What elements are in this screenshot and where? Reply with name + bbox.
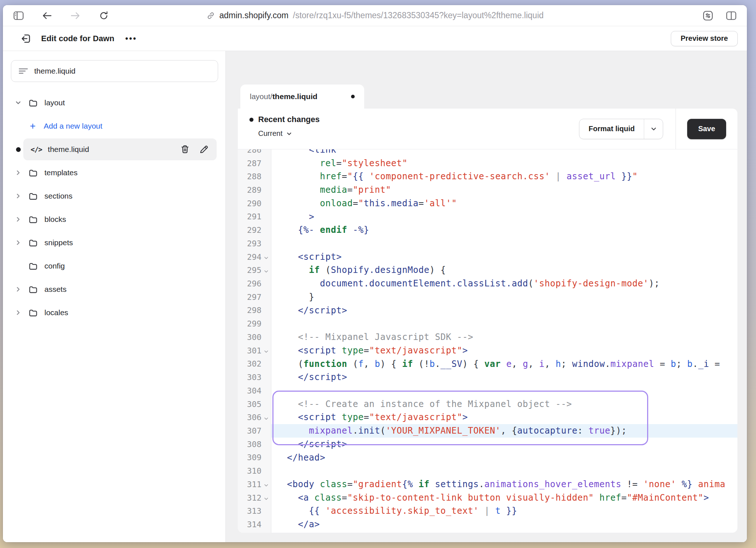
fold-chevron-icon[interactable]: [262, 415, 270, 423]
plus-icon: +: [28, 122, 37, 130]
preview-store-button[interactable]: Preview store: [671, 31, 738, 46]
fold-chevron-icon: [262, 321, 270, 329]
selected-file-pill[interactable]: </>theme.liquid: [23, 138, 217, 160]
sidebar-folder-layout[interactable]: layout: [3, 91, 225, 114]
format-liquid-button[interactable]: Format liquid: [579, 119, 663, 139]
version-dropdown[interactable]: Current: [258, 129, 320, 138]
line-number: 299: [238, 317, 271, 330]
chevron-right-icon[interactable]: [14, 238, 23, 247]
sidebar-folder-blocks[interactable]: blocks: [3, 208, 225, 231]
code-line-287[interactable]: rel="stylesheet": [271, 157, 737, 170]
code-line-305[interactable]: <!-- Create an instance of the Mixpanel …: [271, 398, 737, 411]
fold-chevron-icon: [262, 441, 270, 449]
code-line-311[interactable]: <body class="gradient{% if settings.anim…: [271, 478, 737, 491]
line-number: 314: [238, 518, 271, 531]
sidebar-toggle-icon[interactable]: [13, 10, 24, 21]
code-line-298[interactable]: </script>: [271, 304, 737, 317]
code-line-304[interactable]: [271, 384, 737, 398]
code-line-297[interactable]: }: [271, 290, 737, 304]
fold-chevron-icon: [262, 388, 270, 396]
code-line-288[interactable]: href="{{ 'component-predictive-search.cs…: [271, 170, 737, 183]
forward-button-icon[interactable]: [70, 10, 81, 21]
fold-chevron-icon[interactable]: [262, 481, 270, 489]
tab-path: layout/: [250, 92, 272, 101]
code-line-309[interactable]: </head>: [271, 451, 737, 465]
fold-chevron-icon: [262, 361, 270, 369]
tab-theme-liquid[interactable]: layout/theme.liquid: [240, 85, 364, 109]
chevron-right-icon[interactable]: [14, 215, 23, 224]
code-line-290[interactable]: onload="this.media='all'": [271, 197, 737, 210]
fold-chevron-icon[interactable]: [262, 495, 270, 503]
code-line-312[interactable]: <a class="skip-to-content-link button vi…: [271, 491, 737, 505]
fold-chevron-icon[interactable]: [262, 254, 270, 262]
format-liquid-label[interactable]: Format liquid: [579, 119, 644, 139]
code-line-310[interactable]: [271, 464, 737, 478]
reload-icon[interactable]: [98, 10, 109, 21]
code-editor[interactable]: 2862872882892902912922932942952962972982…: [238, 149, 737, 533]
page-title: Edit code for Dawn: [41, 34, 114, 43]
code-line-301[interactable]: <script type="text/javascript">: [271, 344, 737, 357]
add-new-layout-button[interactable]: +Add a new layout: [3, 114, 225, 138]
chevron-right-icon[interactable]: [14, 308, 23, 317]
line-number: 293: [238, 237, 271, 250]
code-line-295[interactable]: if (Shopify.designMode) {: [271, 263, 737, 277]
fold-chevron-icon: [262, 200, 270, 208]
exit-editor-icon[interactable]: [20, 33, 32, 44]
format-options-chevron[interactable]: [644, 119, 663, 139]
code-line-303[interactable]: </script>: [271, 371, 737, 384]
file-search-input[interactable]: theme.liquid: [11, 60, 218, 82]
sidebar-folder-config[interactable]: config: [3, 254, 225, 278]
code-area[interactable]: <link rel="stylesheet" href="{{ 'compone…: [271, 149, 737, 533]
code-line-308[interactable]: </script>: [271, 438, 737, 451]
code-line-286[interactable]: <link: [271, 149, 737, 157]
sidebar-folder-snippets[interactable]: snippets: [3, 231, 225, 254]
fold-chevron-icon: [262, 401, 270, 409]
code-line-289[interactable]: media="print": [271, 183, 737, 197]
code-line-314[interactable]: </a>: [271, 518, 737, 531]
chevron-right-icon[interactable]: [14, 192, 23, 200]
delete-file-icon[interactable]: [180, 145, 190, 154]
folder-icon: [28, 308, 38, 317]
chevron-right-icon[interactable]: [14, 168, 23, 177]
save-button[interactable]: Save: [687, 119, 726, 139]
address-bar[interactable]: admin.shopify.com/store/rzq1xu-f5/themes…: [206, 11, 544, 20]
chevron-right-icon[interactable]: [14, 285, 23, 294]
code-line-294[interactable]: <script>: [271, 250, 737, 264]
code-line-300[interactable]: <!-- Mixpanel Javascript SDK -->: [271, 330, 737, 344]
code-line-306[interactable]: <script type="text/javascript">: [271, 411, 737, 424]
filter-icon: [19, 67, 28, 75]
folder-label: snippets: [44, 238, 73, 247]
code-line-291[interactable]: >: [271, 210, 737, 224]
chevron-right-icon[interactable]: [14, 262, 23, 270]
rename-file-icon[interactable]: [199, 145, 209, 154]
fold-chevron-icon[interactable]: [262, 267, 270, 275]
page-settings-icon[interactable]: [702, 10, 713, 21]
more-actions-button[interactable]: •••: [125, 34, 137, 43]
folder-icon: [28, 238, 38, 247]
sidebar-folder-templates[interactable]: templates: [3, 161, 225, 184]
fold-chevron-icon: [262, 214, 270, 222]
code-line-293[interactable]: [271, 237, 737, 250]
sidebar-folder-assets[interactable]: assets: [3, 278, 225, 301]
code-line-299[interactable]: [271, 317, 737, 330]
folder-label: config: [44, 262, 65, 270]
action-label: Add a new layout: [44, 122, 102, 130]
code-line-302[interactable]: (function (f, b) { if (!b.__SV) { var e,…: [271, 357, 737, 371]
folder-icon: [28, 98, 38, 107]
code-line-313[interactable]: {{ 'accessibility.skip_to_text' | t }}: [271, 504, 737, 518]
back-button-icon[interactable]: [42, 10, 52, 21]
split-view-icon[interactable]: [726, 10, 737, 21]
sidebar-item-theme-liquid[interactable]: </>theme.liquid: [3, 138, 225, 161]
url-domain: admin.shopify.com: [219, 11, 288, 20]
recent-changes-label: Recent changes: [258, 115, 320, 124]
sidebar-folder-sections[interactable]: sections: [3, 184, 225, 208]
line-number: 296: [238, 277, 271, 290]
code-line-292[interactable]: {%- endif -%}: [271, 223, 737, 237]
code-line-307[interactable]: mixpanel.init('YOUR_MIXPANEL_TOKEN', {au…: [271, 424, 737, 438]
chevron-down-icon[interactable]: [14, 98, 23, 107]
line-number: 297: [238, 290, 271, 304]
fold-chevron-icon[interactable]: [262, 348, 270, 356]
sidebar-folder-locales[interactable]: locales: [3, 301, 225, 324]
code-line-296[interactable]: document.documentElement.classList.add('…: [271, 277, 737, 290]
browser-toolbar: admin.shopify.com/store/rzq1xu-f5/themes…: [3, 5, 747, 26]
